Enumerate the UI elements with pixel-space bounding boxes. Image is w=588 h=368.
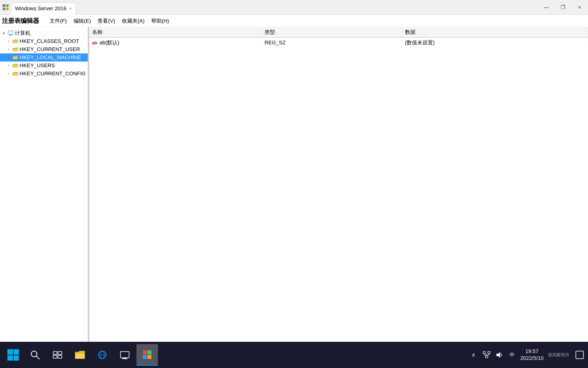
tree-label-hkcc: HKEY_CURRENT_CONFIG xyxy=(19,71,86,77)
tab-label: Windows Server 2016 xyxy=(15,6,66,12)
col-name-header[interactable]: 名称 xyxy=(89,27,262,37)
tray-volume-icon[interactable] xyxy=(494,350,504,360)
computer-icon xyxy=(7,30,14,36)
tree-root-computer[interactable]: ▾ 计算机 xyxy=(0,29,88,37)
row-name: ab ab(默认) xyxy=(89,37,262,48)
col-type-header[interactable]: 类型 xyxy=(262,27,402,37)
reg-ab-icon: ab xyxy=(92,40,97,46)
svg-rect-16 xyxy=(121,351,129,358)
taskbar-tray: ∧ 中 19:57 2022/5/10 xyxy=(469,345,586,364)
folder-hklm-icon xyxy=(12,55,19,60)
folder-hku-icon xyxy=(12,63,19,68)
svg-rect-22 xyxy=(147,355,152,359)
taskbar-file-explorer-button[interactable] xyxy=(69,344,91,366)
tree-root-label: 计算机 xyxy=(15,29,30,37)
menu-file[interactable]: 文件(F) xyxy=(46,16,70,26)
tree-label-hkcu: HKEY_CURRENT_USER xyxy=(19,46,80,52)
svg-rect-0 xyxy=(3,4,5,7)
svg-rect-6 xyxy=(9,35,12,36)
expand-hklm-icon[interactable]: › xyxy=(6,55,11,60)
table-row[interactable]: ab ab(默认) REG_SZ (数值未设置) xyxy=(89,37,588,48)
clock-date: 2022/5/10 xyxy=(520,355,544,362)
taskbar-regedit-button[interactable] xyxy=(136,344,158,366)
windows-logo-icon xyxy=(7,349,19,361)
expand-hkcr-icon[interactable]: › xyxy=(6,39,11,44)
svg-rect-24 xyxy=(488,351,490,353)
row-type: REG_SZ xyxy=(262,37,402,48)
tree-label-hklm: HKEY_LOCAL_MACHINE xyxy=(19,54,81,61)
svg-rect-32 xyxy=(576,351,583,359)
tree-item-hkcr[interactable]: › HKEY_CLASSES_ROOT xyxy=(0,37,88,45)
expand-computer-icon[interactable]: ▾ xyxy=(1,31,6,36)
row-data: (数值未设置) xyxy=(402,37,588,48)
title-bar: Windows Server 2016 × — ❐ × xyxy=(0,0,588,15)
tree-label-hku: HKEY_USERS xyxy=(19,63,55,69)
row-name-label: ab(默认) xyxy=(99,40,119,46)
tray-network-icon[interactable] xyxy=(482,350,491,360)
tray-lang-label: 中 xyxy=(510,351,515,359)
svg-rect-9 xyxy=(53,351,57,354)
svg-rect-4 xyxy=(8,31,13,34)
tree-item-hkcu[interactable]: › HKEY_CURRENT_USER xyxy=(0,45,88,53)
app-title: 注册表编辑器 xyxy=(2,17,39,25)
svg-line-8 xyxy=(36,356,39,359)
svg-marker-31 xyxy=(496,352,500,358)
tray-lang-icon[interactable]: 中 xyxy=(507,350,517,360)
menu-bar: 注册表编辑器 文件(F) 编辑(E) 查看(V) 收藏夹(A) 帮助(H) xyxy=(0,15,588,27)
taskbar-ie-button[interactable] xyxy=(92,344,113,366)
svg-rect-11 xyxy=(53,355,57,358)
folder-hkcu-icon xyxy=(12,46,19,52)
svg-rect-3 xyxy=(6,8,9,10)
app-icon xyxy=(2,4,9,11)
menu-view[interactable]: 查看(V) xyxy=(94,16,118,26)
svg-rect-2 xyxy=(3,8,5,10)
tab-close-icon[interactable]: × xyxy=(69,6,72,11)
svg-rect-1 xyxy=(6,4,9,7)
close-button[interactable]: × xyxy=(571,0,588,15)
maximize-button[interactable]: ❐ xyxy=(555,0,571,15)
tree-item-hku[interactable]: › HKEY_USERS xyxy=(0,62,88,70)
taskbar-search-button[interactable] xyxy=(24,344,46,366)
folder-hkcr-icon xyxy=(12,38,19,44)
tree-item-hkcc[interactable]: › HKEY_CURRENT_CONFIG xyxy=(0,70,88,78)
svg-rect-10 xyxy=(58,351,62,354)
weather-text: 迎风断明月 xyxy=(548,352,569,358)
svg-rect-21 xyxy=(143,355,147,359)
menu-favorites[interactable]: 收藏夹(A) xyxy=(119,16,148,26)
minimize-button[interactable]: — xyxy=(538,0,555,15)
folder-hkcc-icon xyxy=(12,71,19,76)
svg-rect-19 xyxy=(143,350,147,354)
taskbar-desktop-button[interactable] xyxy=(114,344,135,366)
expand-hkcu-icon[interactable]: › xyxy=(6,47,11,52)
taskbar-task-view-button[interactable] xyxy=(47,344,68,366)
detail-panel: 名称 类型 数据 ab ab(默认) REG_SZ (数值未设置) xyxy=(89,27,588,347)
start-button[interactable] xyxy=(2,344,24,366)
window-tab[interactable]: Windows Server 2016 × xyxy=(11,2,76,15)
taskbar-clock[interactable]: 19:57 2022/5/10 xyxy=(520,348,544,362)
main-window: 注册表编辑器 文件(F) 编辑(E) 查看(V) 收藏夹(A) 帮助(H) ▾ … xyxy=(0,15,588,357)
window-controls: — ❐ × xyxy=(538,0,588,15)
registry-table: 名称 类型 数据 ab ab(默认) REG_SZ (数值未设置) xyxy=(89,27,588,48)
notification-button[interactable] xyxy=(574,345,586,364)
clock-time: 19:57 xyxy=(520,348,544,355)
taskbar: ∧ 中 19:57 2022/5/10 xyxy=(0,342,588,368)
svg-rect-23 xyxy=(483,351,485,353)
col-data-header[interactable]: 数据 xyxy=(402,27,588,37)
svg-rect-5 xyxy=(9,34,11,35)
tree-label-hkcr: HKEY_CLASSES_ROOT xyxy=(19,38,79,44)
svg-rect-12 xyxy=(58,355,62,358)
expand-hkcc-icon[interactable]: › xyxy=(6,71,11,76)
menu-edit[interactable]: 编辑(E) xyxy=(70,16,94,26)
svg-rect-25 xyxy=(485,356,488,358)
expand-hku-icon[interactable]: › xyxy=(6,63,11,68)
tree-item-hklm[interactable]: › HKEY_LOCAL_MACHINE xyxy=(0,53,88,62)
svg-rect-20 xyxy=(147,350,152,354)
tree-panel[interactable]: ▾ 计算机 › H xyxy=(0,27,88,347)
tray-chevron-icon[interactable]: ∧ xyxy=(469,350,478,360)
content-area: ▾ 计算机 › H xyxy=(0,27,588,347)
menu-help[interactable]: 帮助(H) xyxy=(148,16,172,26)
